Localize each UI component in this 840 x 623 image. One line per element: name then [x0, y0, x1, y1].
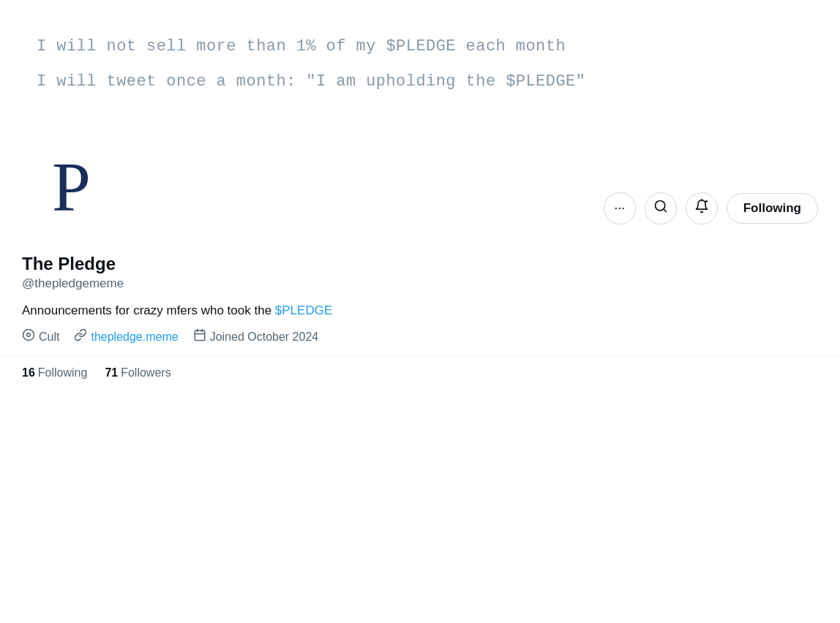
location-item: Cult: [22, 328, 59, 345]
search-button[interactable]: [645, 192, 677, 224]
profile-header: P ··· Fol: [0, 129, 840, 246]
joined-item: Joined October 2024: [193, 328, 319, 345]
profile-banner: I will not sell more than 1% of my $PLED…: [0, 0, 840, 122]
banner-text: I will not sell more than 1% of my $PLED…: [37, 29, 803, 100]
calendar-icon: [193, 328, 206, 345]
following-stat[interactable]: 16 Following: [22, 366, 87, 380]
following-label: Following: [38, 366, 88, 380]
action-buttons: ··· Following: [604, 192, 818, 232]
svg-line-1: [664, 209, 667, 212]
username: @thepledgememe: [22, 276, 818, 291]
website-item: thepledge.meme: [74, 328, 178, 345]
bell-plus-icon: [694, 199, 709, 217]
followers-label: Followers: [121, 366, 170, 380]
meta-row: Cult thepledge.meme Joined October 202: [22, 328, 818, 345]
svg-point-6: [27, 333, 31, 337]
banner-line-2: I will tweet once a month: "I am upholdi…: [37, 64, 803, 99]
more-options-button[interactable]: ···: [604, 192, 636, 224]
more-icon: ···: [614, 200, 625, 216]
banner-line-1: I will not sell more than 1% of my $PLED…: [37, 29, 803, 64]
location-text: Cult: [39, 331, 59, 344]
svg-rect-7: [195, 331, 205, 341]
bio-link[interactable]: $PLEDGE: [275, 303, 332, 317]
bio-text: Announcements for crazy mfers who took t…: [22, 303, 275, 317]
location-icon: [22, 328, 35, 345]
avatar: P: [22, 144, 110, 232]
link-icon: [74, 328, 87, 345]
following-count: 16: [22, 366, 35, 380]
followers-count: 71: [105, 366, 118, 380]
notify-button[interactable]: [686, 192, 718, 224]
bio: Announcements for crazy mfers who took t…: [22, 301, 818, 320]
stats-row: 16 Following 71 Followers: [0, 355, 840, 390]
following-button[interactable]: Following: [727, 193, 818, 224]
avatar-letter: P: [45, 153, 87, 222]
profile-info: The Pledge @thepledgememe Announcements …: [0, 246, 840, 346]
svg-point-5: [23, 330, 34, 341]
search-icon: [653, 199, 668, 217]
followers-stat[interactable]: 71 Followers: [105, 366, 170, 380]
website-link[interactable]: thepledge.meme: [91, 331, 178, 344]
display-name: The Pledge: [22, 252, 818, 275]
joined-text: Joined October 2024: [210, 331, 319, 344]
